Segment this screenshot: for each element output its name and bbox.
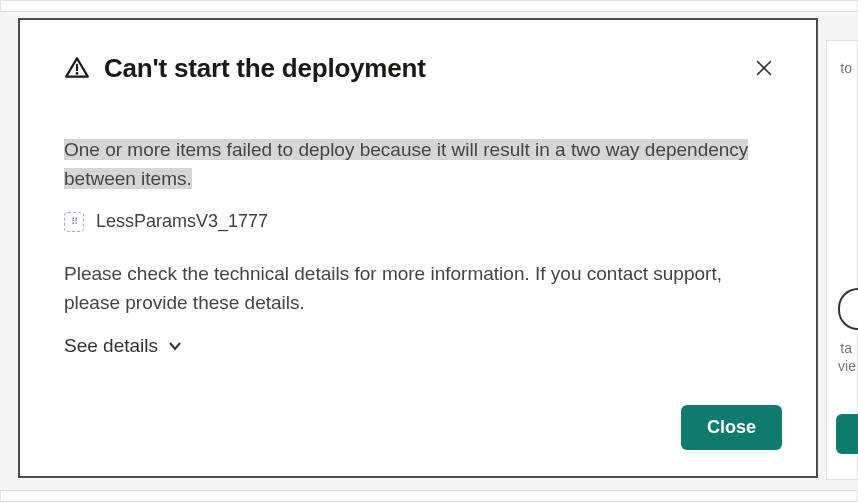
bg-fragment: ta (840, 340, 852, 356)
dialog-footer: Close (64, 405, 782, 450)
svg-point-1 (76, 72, 79, 75)
close-icon (755, 59, 773, 77)
warning-icon (64, 55, 90, 81)
dialog-header: Can't start the deployment (64, 50, 782, 86)
support-hint: Please check the technical details for m… (64, 260, 782, 317)
error-message: One or more items failed to deploy becau… (64, 136, 782, 193)
chevron-down-icon (168, 339, 182, 353)
close-dialog-button[interactable] (746, 50, 782, 86)
bg-partial-button (836, 414, 858, 454)
see-details-toggle[interactable]: See details (64, 335, 782, 357)
close-button[interactable]: Close (681, 405, 782, 450)
dialog-title: Can't start the deployment (104, 53, 426, 84)
bg-fragment: vie (838, 358, 856, 374)
failed-item-name: LessParamsV3_1777 (96, 211, 268, 232)
bg-fragment: to (840, 60, 852, 76)
deployment-error-dialog: Can't start the deployment One or more i… (18, 18, 818, 478)
failed-item-row: ⠿ LessParamsV3_1777 (64, 211, 782, 232)
dataset-icon: ⠿ (64, 212, 84, 232)
see-details-label: See details (64, 335, 158, 357)
